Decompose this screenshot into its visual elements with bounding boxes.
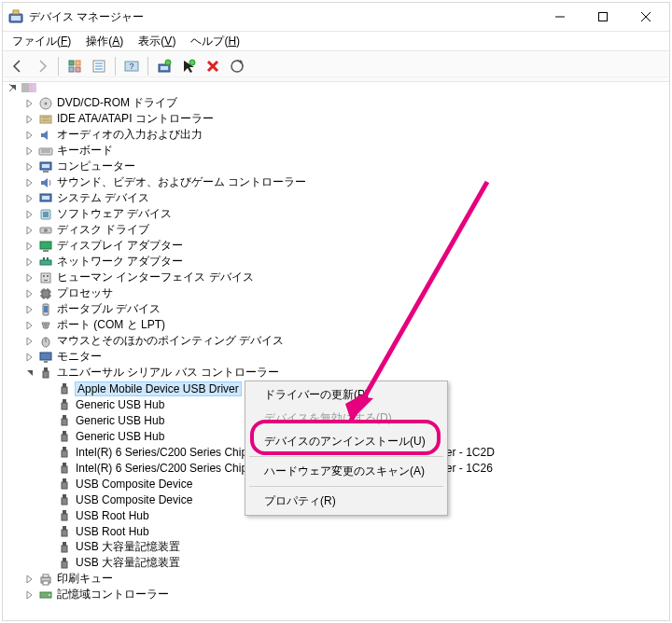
usb-device-icon bbox=[57, 445, 72, 460]
close-button[interactable] bbox=[624, 3, 667, 31]
cat-monitor[interactable]: モニター bbox=[3, 349, 669, 365]
expand-icon[interactable] bbox=[23, 97, 36, 110]
expand-icon[interactable] bbox=[23, 573, 36, 586]
cat-storage[interactable]: 記憶域コントローラー bbox=[3, 587, 669, 602]
expand-icon[interactable] bbox=[23, 145, 36, 158]
toolbar-forward[interactable] bbox=[31, 55, 53, 77]
cat-audio[interactable]: オーディオの入力および出力 bbox=[3, 127, 669, 143]
svg-rect-71 bbox=[43, 371, 49, 378]
expand-icon[interactable] bbox=[23, 208, 36, 221]
cat-keyboard[interactable]: キーボード bbox=[3, 143, 669, 159]
cat-ide[interactable]: IDE ATA/ATAPI コントローラー bbox=[3, 111, 669, 127]
portable-icon bbox=[38, 302, 53, 317]
svg-rect-72 bbox=[63, 383, 66, 387]
usb-device-icon bbox=[57, 540, 72, 555]
usb-root-2[interactable]: USB Root Hub bbox=[3, 523, 669, 539]
collapse-icon[interactable] bbox=[7, 81, 20, 94]
cat-hid[interactable]: ヒューマン インターフェイス デバイス bbox=[3, 270, 669, 285]
software-icon bbox=[38, 207, 53, 222]
ctx-update-driver[interactable]: ドライバーの更新(P) bbox=[247, 383, 445, 407]
expand-icon[interactable] bbox=[23, 176, 36, 189]
ctx-uninstall-device[interactable]: デバイスのアンインストール(U) bbox=[247, 430, 445, 453]
expand-icon[interactable] bbox=[23, 224, 36, 237]
expand-icon[interactable] bbox=[23, 192, 36, 205]
minimize-button[interactable] bbox=[539, 3, 581, 31]
cat-print[interactable]: 印刷キュー bbox=[3, 571, 669, 587]
toolbar-help[interactable]: ? bbox=[120, 55, 143, 77]
device-manager-window: デバイス マネージャー ファイル(F) 操作(A) 表示(V) ヘルプ(H) bbox=[0, 0, 672, 623]
expand-icon[interactable] bbox=[23, 240, 36, 253]
expand-icon[interactable] bbox=[23, 335, 36, 348]
cat-processor[interactable]: プロセッサ bbox=[3, 285, 669, 301]
cat-mouse[interactable]: マウスとそのほかのポインティング デバイス bbox=[3, 333, 669, 349]
svg-rect-70 bbox=[44, 367, 48, 371]
menu-help[interactable]: ヘルプ(H) bbox=[185, 33, 245, 50]
toolbar-back[interactable] bbox=[7, 55, 29, 77]
cat-computer[interactable]: コンピューター bbox=[3, 159, 669, 174]
dvd-icon bbox=[38, 96, 53, 111]
svg-point-50 bbox=[43, 275, 45, 277]
tree-label: USB Root Hub bbox=[76, 509, 149, 522]
cat-display[interactable]: ディスプレイ アダプター bbox=[3, 238, 669, 254]
ctx-disable-device[interactable]: デバイスを無効にする(D) bbox=[247, 407, 445, 430]
svg-rect-2 bbox=[13, 10, 19, 14]
svg-rect-47 bbox=[43, 257, 45, 260]
toolbar-show-hide[interactable] bbox=[63, 55, 86, 77]
svg-rect-75 bbox=[62, 403, 67, 409]
expand-icon[interactable] bbox=[23, 113, 36, 126]
svg-rect-1 bbox=[11, 16, 21, 21]
expand-icon[interactable] bbox=[23, 256, 36, 269]
ctx-scan-hardware[interactable]: ハードウェア変更のスキャン(A) bbox=[247, 460, 445, 483]
svg-point-19 bbox=[165, 60, 171, 65]
svg-point-65 bbox=[45, 325, 46, 326]
menu-action[interactable]: 操作(A) bbox=[80, 33, 129, 50]
ctx-properties[interactable]: プロパティ(R) bbox=[247, 490, 445, 513]
usb-device-icon bbox=[57, 413, 72, 428]
expand-icon[interactable] bbox=[23, 160, 36, 173]
svg-rect-79 bbox=[62, 435, 67, 441]
menu-view[interactable]: 表示(V) bbox=[133, 33, 181, 50]
toolbar-scan[interactable] bbox=[226, 55, 248, 77]
cat-system[interactable]: システム デバイス bbox=[3, 190, 669, 206]
cat-disk[interactable]: ディスク ドライブ bbox=[3, 222, 669, 238]
audio-icon bbox=[38, 128, 53, 143]
ctx-separator bbox=[249, 486, 443, 487]
device-tree-pane[interactable]: DVD/CD-ROM ドライブ IDE ATA/ATAPI コントローラー オー… bbox=[3, 76, 669, 620]
menu-file[interactable]: ファイル(F) bbox=[7, 33, 77, 50]
svg-text:?: ? bbox=[129, 62, 133, 71]
tree-label: ポータブル デバイス bbox=[57, 301, 161, 317]
usb-mass-1[interactable]: USB 大容量記憶装置 bbox=[3, 539, 669, 555]
expand-icon[interactable] bbox=[23, 588, 36, 602]
usb-device-icon bbox=[57, 508, 72, 523]
cat-network[interactable]: ネットワーク アダプター bbox=[3, 254, 669, 270]
toolbar-enable[interactable] bbox=[177, 55, 200, 77]
maximize-button[interactable] bbox=[581, 3, 624, 31]
cat-ports[interactable]: ポート (COM と LPT) bbox=[3, 317, 669, 333]
hid-icon bbox=[38, 270, 53, 285]
cat-portable[interactable]: ポータブル デバイス bbox=[3, 301, 669, 317]
usb-mass-2[interactable]: USB 大容量記憶装置 bbox=[3, 555, 669, 571]
usb-device-icon bbox=[57, 429, 72, 444]
tree-label: USB Root Hub bbox=[76, 525, 149, 538]
expand-icon[interactable] bbox=[23, 271, 36, 284]
toolbar-properties[interactable] bbox=[88, 55, 110, 77]
svg-point-64 bbox=[46, 324, 47, 325]
expand-icon[interactable] bbox=[23, 287, 36, 300]
svg-rect-77 bbox=[62, 419, 67, 425]
tree-root[interactable] bbox=[3, 79, 669, 95]
toolbar-uninstall[interactable] bbox=[202, 55, 224, 77]
cat-software[interactable]: ソフトウェア デバイス bbox=[3, 206, 669, 222]
svg-rect-52 bbox=[42, 290, 49, 298]
expand-icon[interactable] bbox=[23, 319, 36, 332]
collapse-icon[interactable] bbox=[23, 367, 36, 380]
toolbar-update-driver[interactable] bbox=[153, 55, 175, 77]
mouse-icon bbox=[38, 334, 53, 349]
expand-icon[interactable] bbox=[23, 351, 36, 364]
cat-usb[interactable]: ユニバーサル シリアル バス コントローラー bbox=[3, 365, 669, 381]
expand-icon[interactable] bbox=[23, 129, 36, 142]
expand-icon[interactable] bbox=[23, 303, 36, 316]
usb-device-icon bbox=[57, 556, 72, 571]
cat-dvd[interactable]: DVD/CD-ROM ドライブ bbox=[3, 95, 669, 111]
tree-label: ディスク ドライブ bbox=[57, 222, 149, 238]
cat-sound-video-game[interactable]: サウンド、ビデオ、およびゲーム コントローラー bbox=[3, 174, 669, 190]
